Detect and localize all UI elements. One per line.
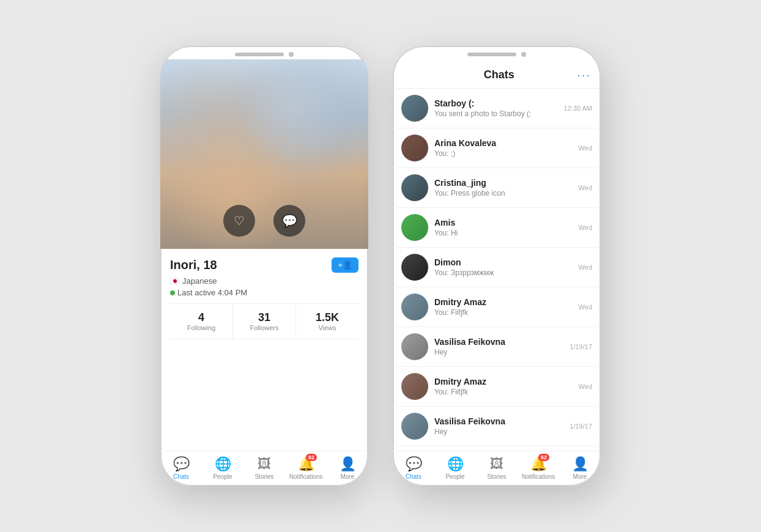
phone-profile: ♡ 💬 Inori, 18 +👤 🇯🇵 Japanese Last act xyxy=(160,46,368,486)
notch-bar-2 xyxy=(393,46,601,59)
chat-time-5: Wed xyxy=(579,303,592,311)
chat-content-0: Starboy (: You sent a photo to Starboy (… xyxy=(434,98,558,118)
chat-item-8[interactable]: Vasilisa Feikovna Hey 1/19/17 xyxy=(393,407,601,446)
chat-item-5[interactable]: Dmitry Amaz You: Fiifjfk Wed xyxy=(393,287,601,327)
notifications-nav-label: Notifications xyxy=(289,473,322,480)
chat-preview-7: You: Fiifjfk xyxy=(434,388,573,396)
chat-preview-2: You: Press globe icon xyxy=(434,189,573,198)
chat-item-2[interactable]: Cristina_jing You: Press globe icon Wed xyxy=(393,168,601,208)
active-dot xyxy=(170,290,175,295)
nav-notifications-2[interactable]: 62 🔔 Notifications xyxy=(518,451,559,486)
chat-name-7: Dmitry Amaz xyxy=(434,377,573,386)
following-count: 4 xyxy=(173,311,230,324)
nav-chats[interactable]: 💬 Chats xyxy=(160,451,202,486)
notch-dot-2 xyxy=(521,52,526,57)
chat-item-6[interactable]: Vasilisa Feikovna Hey 1/19/17 xyxy=(393,327,601,367)
chat-content-2: Cristina_jing You: Press globe icon xyxy=(434,178,573,198)
avatar-6 xyxy=(401,333,428,360)
views-count: 1.5K xyxy=(299,311,356,324)
more-icon-2: 👤 xyxy=(572,456,588,472)
heart-icon: ♡ xyxy=(234,213,245,228)
more-nav-label-2: More xyxy=(573,473,587,480)
nav-people-2[interactable]: 🌐 People xyxy=(434,451,476,486)
action-buttons: ♡ 💬 xyxy=(160,205,368,237)
avatar-3 xyxy=(401,214,428,241)
chat-name-4: Dimon xyxy=(434,257,573,267)
chat-name-6: Vasilisa Feikovna xyxy=(434,337,563,347)
stat-followers[interactable]: 31 Followers xyxy=(233,304,296,339)
chat-time-0: 12:30 AM xyxy=(564,105,592,112)
stats-row: 4 Following 31 Followers 1.5K Views xyxy=(170,303,358,339)
chat-name-2: Cristina_jing xyxy=(434,178,573,188)
chats-nav-label: Chats xyxy=(173,473,189,480)
people-icon-2: 🌐 xyxy=(447,456,464,472)
people-nav-label-2: People xyxy=(445,473,464,480)
notifications-nav-label-2: Notifications xyxy=(522,473,555,480)
chat-name-1: Arina Kovaleva xyxy=(434,138,573,148)
nav-more-2[interactable]: 👤 More xyxy=(559,451,601,486)
chat-item-4[interactable]: Dimon You: Зрзррзмжмж Wed xyxy=(393,248,601,287)
chat-time-7: Wed xyxy=(579,383,592,390)
profile-active: Last active 4:04 PM xyxy=(170,288,358,297)
chat-preview-5: You: Fiifjfk xyxy=(434,308,573,317)
notification-badge: 62 xyxy=(306,454,317,461)
stories-nav-label: Stories xyxy=(254,473,273,480)
chat-time-3: Wed xyxy=(579,224,592,231)
phone-chats: Chats ··· Starboy (: You sent a photo to… xyxy=(393,46,601,486)
chat-content-7: Dmitry Amaz You: Fiifjfk xyxy=(434,377,573,396)
profile-info: Inori, 18 +👤 🇯🇵 Japanese Last active 4:0… xyxy=(160,249,368,344)
chat-time-1: Wed xyxy=(579,144,592,152)
profile-image: ♡ 💬 xyxy=(160,59,368,249)
add-friend-button[interactable]: +👤 xyxy=(332,257,358,273)
chat-name-3: Amis xyxy=(434,218,573,227)
stories-icon: 🖼 xyxy=(258,456,271,472)
stat-following[interactable]: 4 Following xyxy=(170,304,233,339)
chat-content-1: Arina Kovaleva You: ;) xyxy=(434,138,573,158)
chat-content-4: Dimon You: Зрзррзмжмж xyxy=(434,257,573,277)
chat-time-4: Wed xyxy=(579,264,592,271)
nav-more[interactable]: 👤 More xyxy=(327,451,368,486)
chat-item-3[interactable]: Amis You: Hi Wed xyxy=(393,208,601,248)
nav-stories[interactable]: 🖼 Stories xyxy=(243,451,285,486)
people-icon: 🌐 xyxy=(215,456,231,472)
more-nav-label: More xyxy=(341,473,355,480)
avatar-4 xyxy=(401,254,428,281)
profile-nationality: 🇯🇵 Japanese xyxy=(170,276,358,286)
nav-chats-2[interactable]: 💬 Chats xyxy=(393,451,434,486)
flag-icon: 🇯🇵 xyxy=(170,276,180,286)
views-label: Views xyxy=(299,324,356,331)
notch-bar xyxy=(160,46,368,59)
nav-notifications[interactable]: 62 🔔 Notifications xyxy=(285,451,327,486)
chat-time-8: 1/19/17 xyxy=(570,423,592,430)
nav-people[interactable]: 🌐 People xyxy=(202,451,243,486)
chat-item-0[interactable]: Starboy (: You sent a photo to Starboy (… xyxy=(393,89,601,128)
chat-button[interactable]: 💬 xyxy=(273,205,305,237)
avatar-5 xyxy=(401,294,428,320)
people-nav-label: People xyxy=(213,473,232,480)
profile-name-row: Inori, 18 +👤 xyxy=(170,257,358,273)
active-label: Last active 4:04 PM xyxy=(177,288,247,297)
notch xyxy=(235,53,284,56)
like-button[interactable]: ♡ xyxy=(223,205,255,237)
chats-list: Starboy (: You sent a photo to Starboy (… xyxy=(393,89,601,451)
chats-icon: 💬 xyxy=(173,456,190,472)
followers-label: Followers xyxy=(236,324,293,331)
chat-content-5: Dmitry Amaz You: Fiifjfk xyxy=(434,297,573,317)
chat-preview-0: You sent a photo to Starboy (: xyxy=(434,109,558,118)
stories-nav-label-2: Stories xyxy=(487,473,506,480)
chat-name-5: Dmitry Amaz xyxy=(434,297,573,307)
add-icon: +👤 xyxy=(338,260,352,270)
more-dots-button[interactable]: ··· xyxy=(577,68,591,82)
notch-dot xyxy=(289,52,294,57)
chat-name-8: Vasilisa Feikovna xyxy=(434,416,563,426)
chat-item-7[interactable]: Dmitry Amaz You: Fiifjfk Wed xyxy=(393,367,601,407)
stat-views[interactable]: 1.5K Views xyxy=(296,304,358,339)
more-icon: 👤 xyxy=(340,456,356,472)
avatar-0 xyxy=(401,95,428,122)
avatar-1 xyxy=(401,135,428,161)
chat-icon: 💬 xyxy=(282,213,297,228)
chat-time-2: Wed xyxy=(579,184,592,191)
stories-icon-2: 🖼 xyxy=(490,456,503,472)
chat-item-1[interactable]: Arina Kovaleva You: ;) Wed xyxy=(393,128,601,168)
nav-stories-2[interactable]: 🖼 Stories xyxy=(476,451,518,486)
